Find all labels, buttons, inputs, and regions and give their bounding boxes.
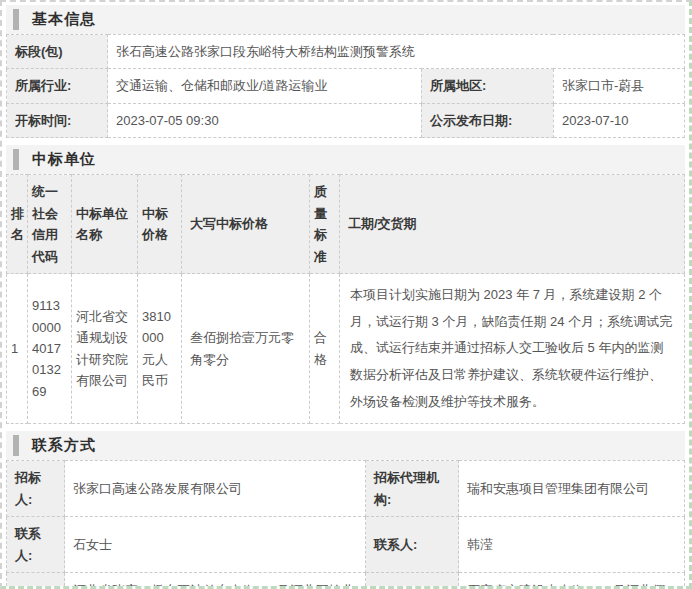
- bid-section-label: 标段(包): [7, 35, 108, 69]
- section-basic-info: 基本信息 标段(包) 张石高速公路张家口段东峪特大桥结构监测预警系统 所属行业:…: [6, 5, 685, 138]
- industry-value: 交通运输、仓储和邮政业/道路运输业: [108, 69, 422, 103]
- section-accent-bar: [13, 9, 19, 30]
- col-company: 中标单位名称: [72, 175, 138, 274]
- col-credit-code: 统一社会信用代码: [28, 175, 72, 274]
- section-accent-bar: [13, 149, 19, 170]
- open-time-value: 2023-07-05 09:30: [108, 103, 422, 137]
- contact-person-value: 韩滢: [459, 517, 685, 573]
- table-row: 开标时间: 2023-07-05 09:30 公示发布日期: 2023-07-1…: [7, 103, 685, 137]
- price-value: 3810000 元人民币: [138, 274, 182, 424]
- contact-header: 联系方式: [6, 431, 685, 460]
- tenderer-label: 招标人:: [7, 461, 65, 517]
- tenderer-value: 张家口高速公路发展有限公司: [65, 461, 366, 517]
- winner-header-row: 排名 统一社会信用代码 中标单位名称 中标价格 大写中标价格 质量标准 工期/交…: [7, 175, 685, 274]
- winner-table: 排名 统一社会信用代码 中标单位名称 中标价格 大写中标价格 质量标准 工期/交…: [6, 174, 685, 424]
- quality-value: 合格: [310, 274, 340, 424]
- agency-value: 瑞和安惠项目管理集团有限公司: [459, 461, 685, 517]
- region-value: 张家口市-蔚县: [553, 69, 684, 103]
- basic-info-title: 基本信息: [32, 10, 96, 29]
- price-words-value: 叁佰捌拾壹万元零角零分: [182, 274, 310, 424]
- contact-person-label: 联系人:: [366, 517, 459, 573]
- credit-code-value: 911300004017013269: [28, 274, 72, 424]
- basic-info-table: 标段(包) 张石高速公路张家口段东峪特大桥结构监测预警系统 所属行业: 交通运输…: [6, 34, 685, 138]
- table-row: 标段(包) 张石高速公路张家口段东峪特大桥结构监测预警系统: [7, 35, 685, 69]
- contact-person-value: 石女士: [65, 517, 366, 573]
- agency-label: 招标代理机构:: [366, 461, 459, 517]
- winner-header: 中标单位: [6, 145, 685, 174]
- section-accent-bar: [13, 435, 19, 456]
- region-label: 所属地区:: [421, 69, 553, 103]
- publish-date-label: 公示发布日期:: [421, 103, 553, 137]
- winner-data-row: 1 911300004017013269 河北省交通规划设计研究院有限公司 38…: [7, 274, 685, 424]
- address-value: 石家庄市建设南大街 269 号河北师范大学科技园 B 座 12 层: [459, 573, 685, 589]
- basic-info-header: 基本信息: [6, 5, 685, 34]
- contact-title: 联系方式: [32, 436, 96, 455]
- company-value: 河北省交通规划设计研究院有限公司: [72, 274, 138, 424]
- address-value: 河北省张家口桥东区站前东大街 28 号河北国控北方硅谷高科新城 17 号楼: [65, 573, 366, 589]
- address-label: 地址:: [366, 573, 459, 589]
- col-delivery: 工期/交货期: [340, 175, 685, 274]
- announcement-page: 基本信息 标段(包) 张石高速公路张家口段东峪特大桥结构监测预警系统 所属行业:…: [0, 0, 692, 589]
- rank-value: 1: [7, 274, 28, 424]
- col-rank: 排名: [7, 175, 28, 274]
- col-price: 中标价格: [138, 175, 182, 274]
- table-row: 联系人: 石女士 联系人: 韩滢: [7, 517, 685, 573]
- publish-date-value: 2023-07-10: [553, 103, 684, 137]
- section-contact: 联系方式 招标人: 张家口高速公路发展有限公司 招标代理机构: 瑞和安惠项目管理…: [6, 431, 685, 589]
- bid-section-value: 张石高速公路张家口段东峪特大桥结构监测预警系统: [108, 35, 685, 69]
- delivery-value: 本项目计划实施日期为 2023 年 7 月，系统建设期 2 个月，试运行期 3 …: [340, 274, 685, 424]
- address-label: 地址:: [7, 573, 65, 589]
- industry-label: 所属行业:: [7, 69, 108, 103]
- table-row: 地址: 河北省张家口桥东区站前东大街 28 号河北国控北方硅谷高科新城 17 号…: [7, 573, 685, 589]
- open-time-label: 开标时间:: [7, 103, 108, 137]
- contact-person-label: 联系人:: [7, 517, 65, 573]
- table-row: 招标人: 张家口高速公路发展有限公司 招标代理机构: 瑞和安惠项目管理集团有限公…: [7, 461, 685, 517]
- table-row: 所属行业: 交通运输、仓储和邮政业/道路运输业 所属地区: 张家口市-蔚县: [7, 69, 685, 103]
- winner-title: 中标单位: [32, 150, 96, 169]
- contact-table: 招标人: 张家口高速公路发展有限公司 招标代理机构: 瑞和安惠项目管理集团有限公…: [6, 460, 685, 589]
- section-winner: 中标单位 排名 统一社会信用代码 中标单位名称 中标价格 大写中标价格 质量标准…: [6, 145, 685, 424]
- col-price-words: 大写中标价格: [182, 175, 310, 274]
- col-quality: 质量标准: [310, 175, 340, 274]
